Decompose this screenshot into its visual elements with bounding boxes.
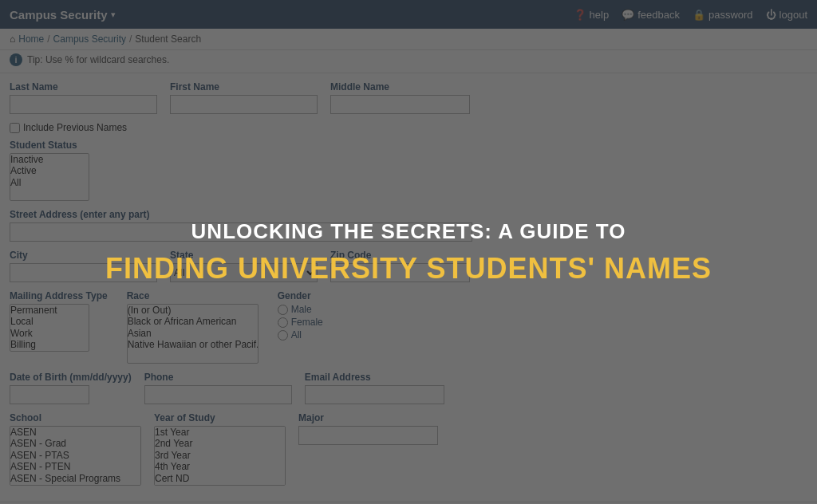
overlay-title1: UNLOCKING THE SECRETS: A GUIDE TO xyxy=(191,219,626,244)
overlay-title2: FINDING UNIVERSITY STUDENTS' NAMES xyxy=(105,252,712,285)
overlay: UNLOCKING THE SECRETS: A GUIDE TO FINDIN… xyxy=(0,0,817,504)
